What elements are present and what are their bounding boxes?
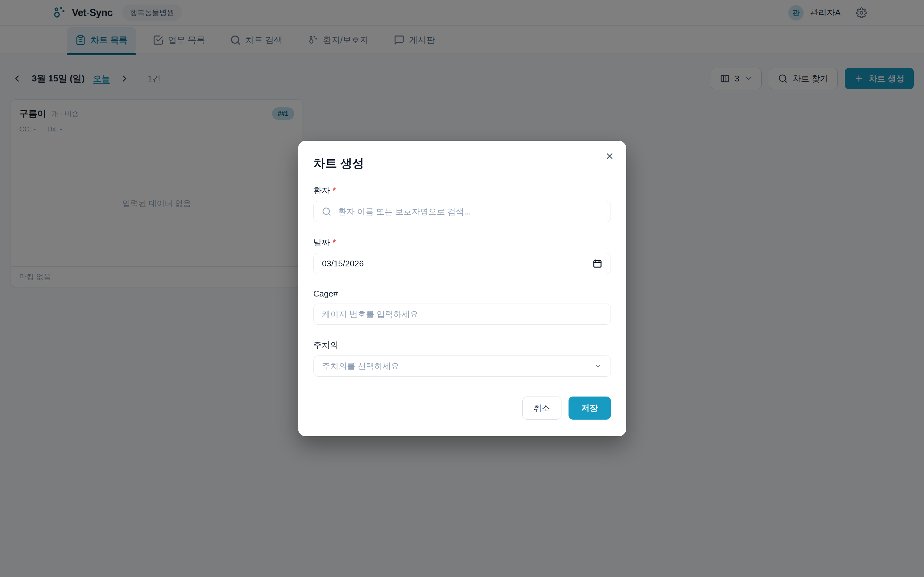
patient-label: 환자 bbox=[313, 185, 330, 196]
vet-select-placeholder: 주치의를 선택하세요 bbox=[322, 361, 399, 372]
cancel-button[interactable]: 취소 bbox=[522, 396, 561, 420]
cage-number-input[interactable] bbox=[313, 303, 611, 325]
date-field: 날짜 * 03/15/2026 bbox=[313, 237, 611, 274]
vet-label: 주치의 bbox=[313, 340, 338, 351]
date-value: 03/15/2026 bbox=[322, 259, 364, 269]
required-mark: * bbox=[333, 237, 336, 247]
cage-label: Cage# bbox=[313, 289, 338, 299]
modal-title: 차트 생성 bbox=[313, 155, 611, 171]
cage-field: Cage# bbox=[313, 289, 611, 325]
close-icon bbox=[605, 151, 614, 161]
patient-field: 환자 * bbox=[313, 185, 611, 222]
required-mark: * bbox=[333, 185, 336, 195]
create-chart-modal: 차트 생성 환자 * 날짜 * 03/15/2026 bbox=[298, 141, 626, 436]
chevron-down-icon bbox=[594, 362, 602, 370]
save-button[interactable]: 저장 bbox=[569, 396, 611, 420]
vet-field: 주치의 주치의를 선택하세요 bbox=[313, 340, 611, 377]
date-input[interactable]: 03/15/2026 bbox=[313, 253, 611, 274]
modal-footer: 취소 저장 bbox=[313, 396, 611, 420]
modal-overlay[interactable]: 차트 생성 환자 * 날짜 * 03/15/2026 bbox=[0, 0, 924, 577]
patient-search-input[interactable] bbox=[313, 201, 611, 222]
date-label: 날짜 bbox=[313, 237, 330, 248]
calendar-icon[interactable] bbox=[593, 259, 602, 268]
close-button[interactable] bbox=[603, 149, 617, 163]
vet-select[interactable]: 주치의를 선택하세요 bbox=[313, 356, 611, 377]
